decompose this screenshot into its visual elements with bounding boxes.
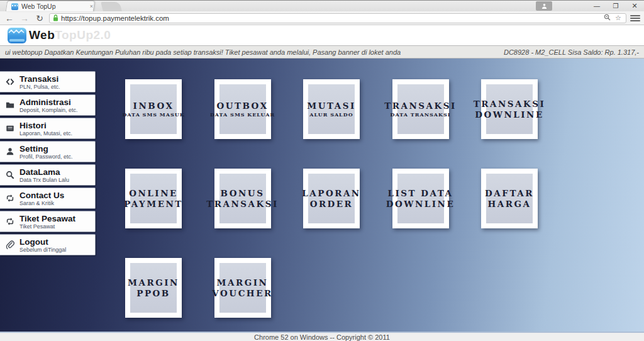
sidebar-item-label: Histori [19, 121, 72, 130]
site-favicon [11, 3, 18, 10]
browser-tab-content[interactable]: Web TopUp × [9, 1, 97, 11]
https-padlock-icon [53, 14, 58, 21]
sidebar-item-label: Setting [19, 144, 73, 154]
sidebar-menu: TransaksiPLN, Pulsa, etc.AdministrasiDep… [0, 71, 96, 257]
tile-face: BONUSTRANSAKSI [219, 174, 266, 223]
sidebar-item-sublabel: Saran & Kritik [19, 200, 64, 206]
tile-online-payment[interactable]: ONLINEPAYMENT [125, 169, 182, 228]
sidebar-item-sublabel: Data Trx Bulan Lalu [19, 177, 69, 183]
sidebar-item-label: Administrasi [19, 98, 78, 107]
tile-bonus-transaksi[interactable]: BONUSTRANSAKSI [214, 169, 271, 228]
tile-title-line2: PPOB [136, 288, 170, 299]
archive-icon [4, 124, 15, 133]
tile-title: BONUS [221, 188, 265, 199]
minimize-button[interactable]: — [587, 1, 606, 11]
tab-title: Web TopUp [21, 3, 86, 10]
tile-subtitle: ALUR SALDO [309, 111, 353, 118]
tile-face: MUTASIALUR SALDO [308, 84, 355, 134]
tile-transaksi[interactable]: TRANSAKSIDATA TRANSAKSI [392, 79, 449, 139]
tile-list-data-downline[interactable]: LIST DATADOWNLINE [392, 169, 449, 228]
tab-close-icon[interactable]: × [89, 3, 94, 9]
tile-inbox[interactable]: INBOXDATA SMS MASUK [125, 79, 182, 139]
close-button[interactable]: ✕ [625, 1, 644, 11]
tile-title: LIST DATA [387, 188, 453, 199]
profile-avatar-button[interactable] [536, 1, 552, 11]
tile-outbox[interactable]: OUTBOXDATA SMS KELUAR [214, 79, 271, 139]
browser-menu-icon[interactable] [630, 14, 640, 23]
tile-face: INBOXDATA SMS MASUK [130, 84, 177, 134]
new-tab-button[interactable] [101, 2, 122, 11]
sidebar-item-label: DataLama [19, 167, 69, 177]
tile-title: INBOX [133, 101, 174, 111]
tile-margin-voucher[interactable]: MARGINVOUCHER [214, 258, 271, 318]
sidebar-item-datalama[interactable]: DataLamaData Trx Bulan Lalu [0, 164, 96, 186]
tile-title-line2: DOWNLINE [475, 109, 543, 120]
tile-title-line2: DOWNLINE [386, 199, 455, 210]
browser-titlebar: Web TopUp × — ❐ ✕ [0, 1, 644, 11]
tile-title: ONLINE [129, 188, 178, 199]
tile-face: DAFTARHARGA [486, 174, 533, 223]
dashboard-tile-grid: INBOXDATA SMS MASUKOUTBOXDATA SMS KELUAR… [125, 79, 540, 318]
url-text[interactable]: https://topup.paymentelektrik.com [61, 14, 600, 22]
tile-margin-ppob[interactable]: MARGINPPOB [125, 258, 182, 318]
sidebar-item-histori[interactable]: HistoriLaporan, Mutasi, etc. [0, 118, 96, 139]
tile-mutasi[interactable]: MUTASIALUR SALDO [303, 79, 360, 139]
sidebar-item-label: Logout [19, 237, 66, 247]
tile-face: TRANSAKSIDATA TRANSAKSI [397, 84, 444, 134]
back-button[interactable]: ← [4, 14, 15, 23]
tile-title: LAPORAN [302, 188, 360, 199]
sidebar-item-tiket-pesawat[interactable]: Tiket PesawatTiket Pesawat [0, 211, 96, 232]
sidebar-item-sublabel: Tiket Pesawat [19, 223, 75, 230]
sidebar-item-contact-us[interactable]: Contact UsSaran & Kritik [0, 187, 96, 209]
search-icon [4, 170, 15, 179]
tile-title-line2: PAYMENT [124, 199, 183, 210]
tile-transaksi-downline[interactable]: TRANSAKSIDOWNLINE [481, 79, 538, 139]
tile-title-line2: HARGA [488, 199, 531, 210]
sidebar-item-setting[interactable]: SettingProfil, Password, etc. [0, 141, 96, 162]
retweet-icon [4, 194, 15, 203]
reload-button[interactable]: ↻ [34, 14, 45, 23]
tile-title: MARGIN [128, 277, 179, 288]
sidebar-item-label: Transaksi [19, 74, 60, 84]
tile-face: MARGINVOUCHER [219, 263, 266, 313]
tile-title-line2: TRANSAKSI [206, 199, 279, 210]
sidebar-item-sublabel: Sebelum diTinggal [19, 247, 66, 253]
address-bar[interactable]: https://topup.paymentelektrik.com ☆ [49, 13, 626, 23]
tile-face: TRANSAKSIDOWNLINE [486, 84, 533, 134]
forward-button[interactable]: → [19, 14, 30, 23]
zoom-icon[interactable] [602, 14, 611, 22]
retweet-icon [4, 217, 15, 226]
tile-title: OUTBOX [216, 101, 268, 111]
tile-subtitle: DATA TRANSAKSI [391, 111, 451, 118]
sidebar-item-label: Contact Us [19, 191, 64, 200]
tile-title: TRANSAKSI [384, 101, 457, 111]
marquee-message: ui webtopup Dapatkan Keuntungan Puluhan … [5, 48, 401, 56]
ticker-bar: ui webtopup Dapatkan Keuntungan Puluhan … [0, 45, 644, 59]
sidebar-item-transaksi[interactable]: TransaksiPLN, Pulsa, etc. [0, 71, 96, 92]
account-balance-text: DC8928 - M2_CELL Sisa Saldo: Rp. 1.317,- [504, 48, 639, 56]
sidebar-item-administrasi[interactable]: AdministrasiDeposit, Komplain, etc. [0, 94, 96, 116]
tile-face: MARGINPPOB [130, 263, 177, 313]
sidebar-item-sublabel: Deposit, Komplain, etc. [19, 107, 78, 113]
tile-face: ONLINEPAYMENT [130, 174, 177, 223]
tile-daftar-harga[interactable]: DAFTARHARGA [481, 169, 538, 228]
paperclip-icon [4, 240, 15, 249]
sidebar-item-sublabel: Profil, Password, etc. [19, 154, 73, 160]
tile-title: TRANSAKSI [474, 99, 546, 109]
bookmark-star-icon[interactable]: ☆ [614, 14, 623, 22]
tile-face: LIST DATADOWNLINE [397, 174, 444, 223]
sidebar-item-logout[interactable]: LogoutSebelum diTinggal [0, 234, 96, 255]
window-controls: — ❐ ✕ [536, 1, 644, 11]
main-content: TransaksiPLN, Pulsa, etc.AdministrasiDep… [0, 59, 644, 332]
restore-button[interactable]: ❐ [606, 1, 625, 11]
tile-subtitle: DATA SMS KELUAR [210, 111, 275, 118]
tile-title: MUTASI [307, 101, 356, 111]
tile-title-line2: ORDER [310, 199, 353, 210]
footer-text: Chrome 52 on Windows -- Copyright © 2011 [254, 333, 390, 341]
user-icon [4, 147, 15, 156]
brand-name-bold: Web [29, 28, 55, 42]
person-icon [541, 3, 547, 9]
tile-laporan-order[interactable]: LAPORANORDER [303, 169, 360, 228]
webtopup-logo-icon [8, 28, 26, 43]
brand-name-light: TopUp2.0 [55, 28, 111, 42]
